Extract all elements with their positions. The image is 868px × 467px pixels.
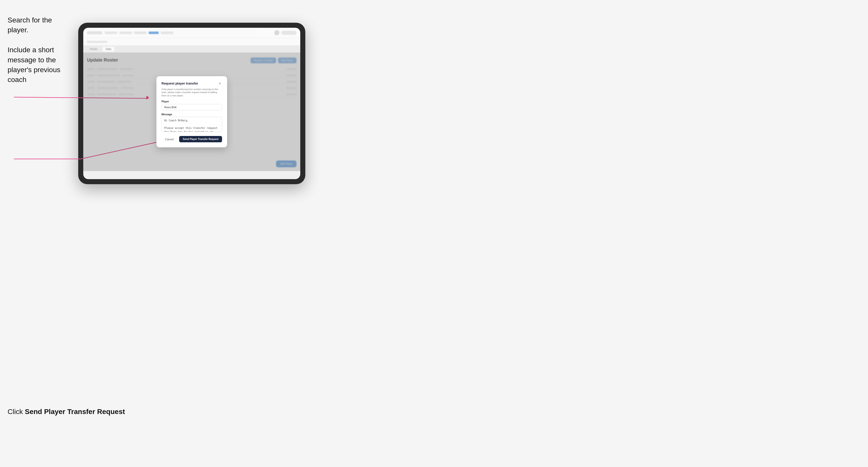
nav-item-1 xyxy=(105,32,117,34)
modal-footer: Cancel Send Player Transfer Request xyxy=(161,136,222,142)
player-input[interactable] xyxy=(161,104,222,111)
nav-item-4 xyxy=(161,32,173,34)
modal-description: If the player is transferring from anoth… xyxy=(161,88,222,97)
header-right xyxy=(274,30,297,35)
click-bold: Send Player Transfer Request xyxy=(25,408,125,415)
message-textarea[interactable]: Hi Coach McHarg, Please accept this tran… xyxy=(161,117,222,132)
modal-title: Request player transfer xyxy=(161,82,198,85)
modal-overlay: Request player transfer × If the player … xyxy=(83,53,300,171)
tablet-device: Roster Stats Update Roster Request Trans… xyxy=(78,23,305,184)
message-instruction: Include a short message to the player's … xyxy=(7,45,68,85)
cancel-button[interactable]: Cancel xyxy=(161,136,177,142)
breadcrumb xyxy=(87,41,107,43)
main-content: Update Roster Request Transfer Add Playe… xyxy=(83,53,300,171)
nav-item-3 xyxy=(134,32,147,34)
nav-item-2 xyxy=(119,32,132,34)
app-header xyxy=(83,28,300,38)
modal-header: Request player transfer × xyxy=(161,81,222,86)
tablet-screen: Roster Stats Update Roster Request Trans… xyxy=(83,28,300,179)
tab-1: Roster xyxy=(87,47,100,52)
header-action-btn xyxy=(281,31,297,35)
tab-bar: Roster Stats xyxy=(83,45,300,53)
tab-2-active: Stats xyxy=(102,47,114,52)
annotation-area: Search for the player. Include a short m… xyxy=(0,0,76,467)
player-label: Player xyxy=(161,100,222,103)
header-logo xyxy=(87,31,102,34)
nav-item-active xyxy=(149,32,159,34)
modal-close-button[interactable]: × xyxy=(217,81,222,86)
search-instruction: Search for the player. xyxy=(7,15,68,35)
header-nav xyxy=(105,32,272,34)
click-instruction: Click Send Player Transfer Request xyxy=(7,407,125,416)
message-label: Message xyxy=(161,113,222,116)
modal-dialog: Request player transfer × If the player … xyxy=(156,76,227,148)
send-transfer-request-button[interactable]: Send Player Transfer Request xyxy=(179,136,222,142)
click-prefix: Click xyxy=(7,408,25,415)
header-avatar xyxy=(274,30,279,35)
sub-header xyxy=(83,38,300,45)
